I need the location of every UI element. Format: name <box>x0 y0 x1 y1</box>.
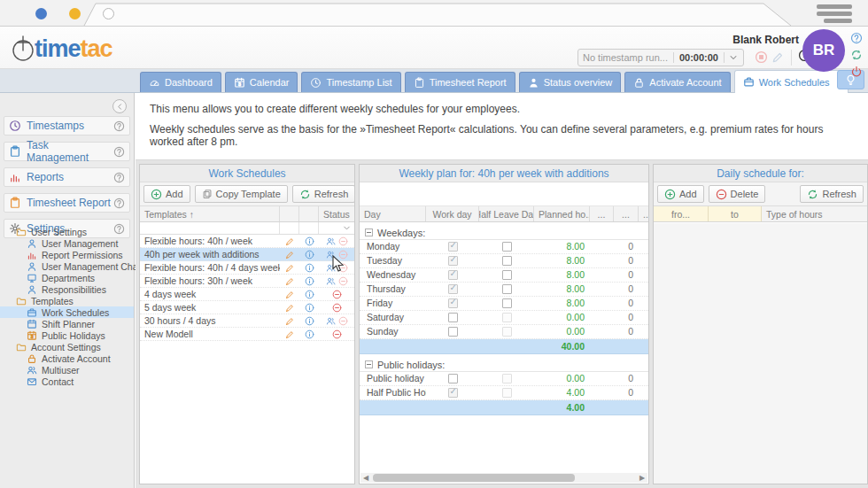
info-icon[interactable] <box>305 236 314 246</box>
tree-item-public-holidays[interactable]: 3Public Holidays <box>0 329 134 341</box>
assigned-users-icon[interactable] <box>326 276 336 286</box>
deactivate-template-icon[interactable] <box>332 303 342 313</box>
deactivate-template-icon[interactable] <box>332 329 342 339</box>
sidebar-collapse-button[interactable] <box>112 99 127 113</box>
template-row[interactable]: 30 hours / 4 days <box>140 314 354 328</box>
help-icon[interactable] <box>850 32 863 44</box>
scrollbar-thumb[interactable] <box>373 474 575 482</box>
column-header-extra-1[interactable]: ... <box>590 206 614 221</box>
tree-item-shift-planner[interactable]: Shift Planner <box>0 318 134 329</box>
work-day-checkbox[interactable] <box>448 298 458 308</box>
sidebar-section-timesheet-report[interactable]: Timesheet Report <box>4 193 130 213</box>
column-header-to[interactable]: to <box>709 206 762 221</box>
template-row[interactable]: 4 days week <box>140 288 354 301</box>
half-leave-day-checkbox[interactable] <box>502 327 512 337</box>
weekly-plan-row[interactable]: Wednesday8.000 <box>360 268 648 283</box>
deactivate-template-icon[interactable] <box>338 276 348 286</box>
tab-timesheet-report[interactable]: Timesheet Report <box>405 72 515 92</box>
deactivate-template-icon[interactable] <box>338 263 348 273</box>
work-day-checkbox[interactable] <box>448 256 458 266</box>
tab-calendar[interactable]: 3Calendar <box>225 72 298 92</box>
half-leave-day-checkbox[interactable] <box>502 388 512 398</box>
help-icon[interactable] <box>113 172 125 183</box>
assigned-users-icon[interactable] <box>326 250 336 259</box>
copy-template-button[interactable]: Copy Template <box>195 185 288 203</box>
templates-filter-input[interactable] <box>140 222 280 234</box>
half-leave-day-checkbox[interactable] <box>502 256 512 266</box>
stop-timestamp-button[interactable] <box>755 50 768 64</box>
weekly-plan-row[interactable]: Monday8.000 <box>360 240 648 254</box>
weekly-plan-row[interactable]: Thursday8.000 <box>360 283 648 297</box>
sidebar-section-reports[interactable]: Reports <box>4 167 130 187</box>
work-day-checkbox[interactable] <box>448 374 458 383</box>
scroll-left-arrow[interactable]: ◀ <box>360 474 371 482</box>
window-control-yellow[interactable] <box>69 8 81 19</box>
half-leave-day-checkbox[interactable] <box>502 242 512 252</box>
template-row[interactable]: Flexible hours: 30h / week <box>140 275 354 288</box>
edit-template-icon[interactable] <box>285 276 295 286</box>
collapse-group-icon[interactable] <box>365 360 373 368</box>
scrollbar-track[interactable] <box>371 474 637 482</box>
weekly-plan-row[interactable]: Sunday0.000 <box>360 325 648 339</box>
edit-timestamp-icon[interactable] <box>771 50 785 64</box>
timetac-logo[interactable]: timetac <box>9 30 112 67</box>
power-icon[interactable] <box>850 66 863 78</box>
tab-activate-account[interactable]: Activate Account <box>624 72 730 92</box>
tree-item-account-settings[interactable]: Account Settings <box>0 341 134 352</box>
tree-item-report-permissions[interactable]: Report Permissions <box>0 249 134 260</box>
edit-template-icon[interactable] <box>285 329 295 339</box>
edit-template-icon[interactable] <box>285 290 295 299</box>
sidebar-section-timestamps[interactable]: Timestamps <box>4 116 130 136</box>
help-icon[interactable] <box>113 120 125 132</box>
edit-template-icon[interactable] <box>285 250 295 259</box>
work-day-checkbox[interactable] <box>448 270 458 280</box>
assigned-users-icon[interactable] <box>326 263 336 273</box>
half-leave-day-checkbox[interactable] <box>502 284 512 294</box>
help-icon[interactable] <box>113 146 125 158</box>
deactivate-template-icon[interactable] <box>332 290 342 299</box>
assigned-users-icon[interactable] <box>326 316 336 326</box>
tree-item-multiuser[interactable]: Multiuser <box>0 364 134 376</box>
half-leave-day-checkbox[interactable] <box>502 313 512 322</box>
work-day-checkbox[interactable] <box>448 313 458 322</box>
scroll-right-arrow[interactable]: ▶ <box>637 474 647 482</box>
tree-item-activate-account[interactable]: Activate Account <box>0 352 134 364</box>
info-icon[interactable] <box>305 290 314 299</box>
timestamp-widget[interactable]: No timestamp run... 00:00:00 <box>577 49 744 66</box>
edit-template-icon[interactable] <box>285 263 295 273</box>
help-icon[interactable] <box>113 198 125 209</box>
add-daily-schedule-button[interactable]: Add <box>657 185 704 203</box>
refresh-templates-button[interactable]: Refresh <box>292 185 355 203</box>
work-day-checkbox[interactable] <box>448 284 458 294</box>
add-template-button[interactable]: Add <box>143 185 190 203</box>
tree-item-user-management[interactable]: User Management <box>0 237 134 249</box>
delete-daily-schedule-button[interactable]: Delete <box>709 185 766 203</box>
half-leave-day-checkbox[interactable] <box>502 374 512 383</box>
column-header-type-of-hours[interactable]: Type of hours <box>762 206 867 221</box>
group-header-weekdays[interactable]: Weekdays: <box>360 226 648 240</box>
tree-item-responsibilities[interactable]: Responsibilities <box>0 283 134 295</box>
half-leave-day-checkbox[interactable] <box>502 298 512 308</box>
half-leave-day-checkbox[interactable] <box>502 270 512 280</box>
assigned-users-icon[interactable] <box>326 236 336 246</box>
info-icon[interactable] <box>305 329 314 339</box>
info-icon[interactable] <box>305 316 314 326</box>
template-row[interactable]: New Modell <box>140 328 354 341</box>
refresh-daily-schedule-button[interactable]: Refresh <box>800 185 864 203</box>
tree-item-templates[interactable]: Templates <box>0 295 134 306</box>
deactivate-template-icon[interactable] <box>338 250 348 259</box>
tab-dashboard[interactable]: Dashboard <box>140 72 221 92</box>
column-header-extra-3[interactable]: .. <box>639 206 648 221</box>
group-header-public-holidays[interactable]: Public holidays: <box>360 358 648 372</box>
window-control-white[interactable] <box>103 8 114 19</box>
info-icon[interactable] <box>305 276 314 286</box>
column-header-edit[interactable] <box>280 206 299 221</box>
weekly-plan-row[interactable]: Friday8.000 <box>360 297 648 311</box>
work-day-checkbox[interactable] <box>448 327 458 337</box>
edit-template-icon[interactable] <box>285 316 295 326</box>
deactivate-template-icon[interactable] <box>338 236 348 246</box>
column-header-work-day[interactable]: Work day <box>426 206 479 221</box>
tree-item-contact[interactable]: Contact <box>0 376 134 387</box>
sidebar-section-task-management[interactable]: Task Management <box>4 142 130 161</box>
column-header-from[interactable]: fro... <box>654 206 709 221</box>
